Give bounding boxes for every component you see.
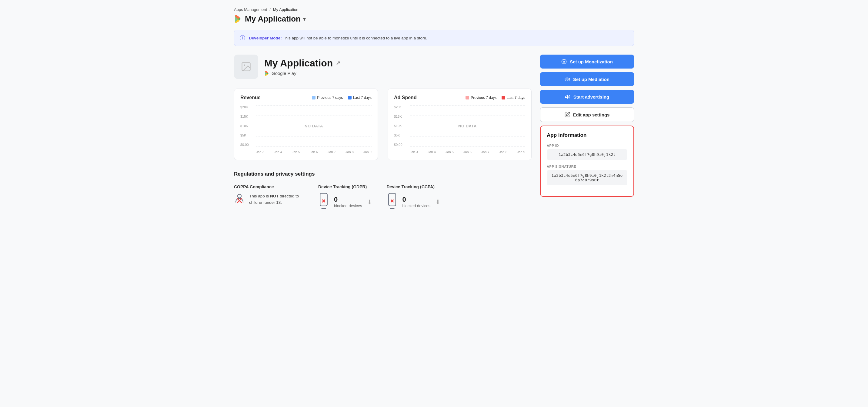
external-link-icon[interactable]: ↗ xyxy=(336,60,340,66)
adspend-chart-body: NO DATA xyxy=(410,105,525,146)
svg-marker-17 xyxy=(565,95,567,98)
ccpa-icon xyxy=(387,193,398,211)
svg-point-2 xyxy=(238,195,241,198)
app-title-chevron[interactable]: ▾ xyxy=(303,16,306,23)
revenue-chart-body: NO DATA xyxy=(256,105,372,146)
adspend-prev-label: Previous 7 days xyxy=(471,95,496,100)
monetization-button[interactable]: Set up Monetization xyxy=(540,55,634,68)
revenue-chart-header: Revenue Previous 7 days Last 7 days xyxy=(240,95,372,100)
app-id-value[interactable]: 1a2b3c4d5e6f7g8h9i0j1k2l xyxy=(547,149,627,160)
coppa-item: COPPA Compliance xyxy=(234,184,304,211)
svg-point-1 xyxy=(244,65,246,66)
adspend-chart-area: $20K $15K $10K $5K $0.00 xyxy=(394,105,525,154)
gdpr-item: Device Tracking (GDPR) xyxy=(318,184,372,211)
ccpa-count-block: 0 blocked devices xyxy=(402,196,431,208)
svg-rect-14 xyxy=(565,78,566,80)
adspend-last-label: Last 7 days xyxy=(507,95,525,100)
ccpa-item: Device Tracking (CCPA) xyxy=(387,184,441,211)
gdpr-count: 0 xyxy=(334,196,362,204)
revenue-chart: Revenue Previous 7 days Last 7 days xyxy=(234,89,378,160)
gdpr-icon xyxy=(318,193,329,211)
regulations-grid: COPPA Compliance xyxy=(234,184,532,211)
coppa-text-pre: This app is xyxy=(249,194,270,198)
advertising-button[interactable]: Start advertising xyxy=(540,90,634,104)
app-info-title: App information xyxy=(547,132,627,138)
gdpr-content: 0 blocked devices ⬇ xyxy=(318,193,372,211)
regulations-section: Regulations and privacy settings COPPA C… xyxy=(234,171,532,211)
store-name: Google Play xyxy=(272,71,297,76)
app-store-badge: Google Play xyxy=(264,71,340,76)
revenue-prev-label: Previous 7 days xyxy=(317,95,343,100)
dev-mode-text: Developer Mode: This app will not be abl… xyxy=(249,36,427,40)
adspend-chart-title: Ad Spend xyxy=(394,95,417,100)
mediation-button[interactable]: Set up Mediation xyxy=(540,72,634,86)
adspend-chart: Ad Spend Previous 7 days Last 7 days xyxy=(388,89,532,160)
revenue-last-dot xyxy=(348,96,351,99)
revenue-y-axis: $20K $15K $10K $5K $0.00 xyxy=(240,105,255,146)
ccpa-label: Device Tracking (CCPA) xyxy=(387,184,441,189)
adspend-legend-prev: Previous 7 days xyxy=(466,95,496,100)
dev-mode-description: This app will not be able to monetize un… xyxy=(283,36,427,40)
adspend-no-data: NO DATA xyxy=(458,124,477,128)
coppa-content: This app is NOT directed to children und… xyxy=(234,193,304,206)
app-name-text: My Application xyxy=(264,58,333,69)
adspend-chart-header: Ad Spend Previous 7 days Last 7 days xyxy=(394,95,525,100)
app-title: My Application xyxy=(245,14,301,24)
revenue-chart-area: $20K $15K $10K $5K $0.00 xyxy=(240,105,372,154)
ccpa-content: 0 blocked devices ⬇ xyxy=(387,193,441,211)
advertising-icon xyxy=(565,94,570,99)
app-title-row: My Application ▾ xyxy=(234,14,634,24)
regulations-title: Regulations and privacy settings xyxy=(234,171,532,177)
app-id-label: APP ID xyxy=(547,144,627,147)
gdpr-download-icon[interactable]: ⬇ xyxy=(367,198,372,206)
adspend-legend-last: Last 7 days xyxy=(502,95,525,100)
revenue-prev-dot xyxy=(312,96,315,99)
gdpr-label: Device Tracking (GDPR) xyxy=(318,184,372,189)
svg-rect-15 xyxy=(567,77,568,80)
google-play-icon xyxy=(234,15,243,23)
gdpr-count-label: blocked devices xyxy=(334,204,362,208)
revenue-chart-title: Revenue xyxy=(240,95,261,100)
coppa-bold: NOT xyxy=(270,194,279,198)
edit-settings-button-label: Edit app settings xyxy=(573,112,610,117)
adspend-last-dot xyxy=(502,96,505,99)
coppa-icon xyxy=(234,193,245,206)
advertising-button-label: Start advertising xyxy=(574,94,609,99)
info-icon: ⓘ xyxy=(240,34,245,41)
dev-mode-banner: ⓘ Developer Mode: This app will not be a… xyxy=(234,30,634,46)
monetization-icon xyxy=(561,59,567,64)
coppa-text: This app is NOT directed to children und… xyxy=(249,193,304,206)
svg-rect-5 xyxy=(320,193,327,206)
breadcrumb-parent[interactable]: Apps Management xyxy=(234,7,267,12)
app-header: My Application ↗ Google Play xyxy=(234,55,532,79)
mediation-icon xyxy=(565,77,570,82)
revenue-legend-prev: Previous 7 days xyxy=(312,95,343,100)
ccpa-count-label: blocked devices xyxy=(402,204,431,208)
breadcrumb-separator: / xyxy=(270,7,271,12)
app-name-block: My Application ↗ Google Play xyxy=(264,58,340,76)
breadcrumb: Apps Management / My Application xyxy=(234,7,634,12)
revenue-last-label: Last 7 days xyxy=(353,95,372,100)
adspend-chart-legend: Previous 7 days Last 7 days xyxy=(466,95,525,100)
adspend-prev-dot xyxy=(466,96,469,99)
revenue-legend-last: Last 7 days xyxy=(348,95,372,100)
breadcrumb-current: My Application xyxy=(273,7,299,12)
monetization-button-label: Set up Monetization xyxy=(570,59,613,64)
edit-settings-icon xyxy=(565,112,570,117)
main-content: My Application ↗ Google Play xyxy=(234,55,634,211)
revenue-x-axis: Jan 3 Jan 4 Jan 5 Jan 6 Jan 7 Jan 8 Jan … xyxy=(256,150,372,154)
ccpa-download-icon[interactable]: ⬇ xyxy=(435,198,440,206)
adspend-y-axis: $20K $15K $10K $5K $0.00 xyxy=(394,105,408,146)
edit-settings-button[interactable]: Edit app settings xyxy=(540,107,634,122)
app-icon xyxy=(234,55,258,79)
app-signature-value[interactable]: 1a2b3c4d5e6f7g8h9i0j1k2l3m4n5o6p7q8r9s0t xyxy=(547,170,627,185)
app-signature-label: APP SIGNATURE xyxy=(547,165,627,168)
app-main-name: My Application ↗ xyxy=(264,58,340,69)
ccpa-count: 0 xyxy=(402,196,431,204)
charts-section: Revenue Previous 7 days Last 7 days xyxy=(234,89,532,160)
coppa-label: COPPA Compliance xyxy=(234,184,304,189)
svg-rect-16 xyxy=(569,79,570,80)
right-sidebar: Set up Monetization Set up Mediation Sta… xyxy=(540,55,634,197)
svg-rect-9 xyxy=(389,193,396,206)
adspend-x-axis: Jan 3 Jan 4 Jan 5 Jan 6 Jan 7 Jan 8 Jan … xyxy=(410,150,525,154)
